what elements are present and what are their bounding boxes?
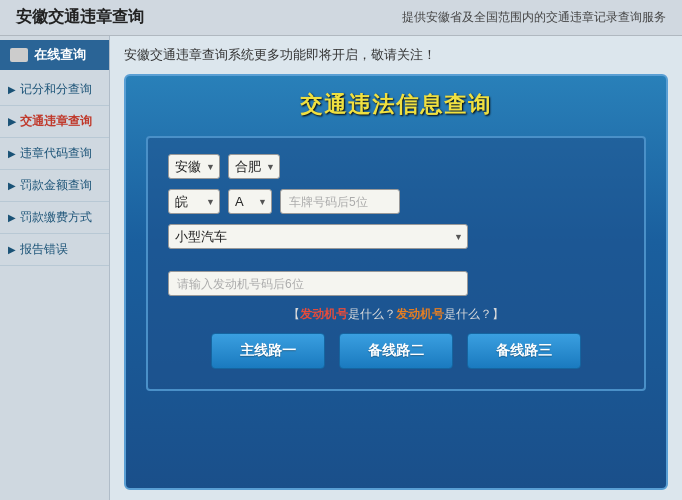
inner-form-box: 安徽 合肥 皖 <box>146 136 646 391</box>
engine-hint-link-2[interactable]: 发动机号 <box>396 307 444 321</box>
sidebar-item-label: 违章代码查询 <box>20 145 92 162</box>
sidebar-item-method[interactable]: ▶ 罚款缴费方式 <box>0 202 109 234</box>
header-subtitle: 提供安徽省及全国范围内的交通违章记录查询服务 <box>402 9 666 26</box>
car-type-wrapper[interactable]: 小型汽车 <box>168 224 468 249</box>
sidebar-item-label: 罚款金额查询 <box>20 177 92 194</box>
hint-q1: 是什么？ <box>348 307 396 321</box>
arrow-icon: ▶ <box>8 148 16 159</box>
app-title: 安徽交通违章查询 <box>16 7 144 28</box>
sidebar-item-report[interactable]: ▶ 报告错误 <box>0 234 109 266</box>
sidebar-header: 在线查询 <box>0 40 109 70</box>
plate-number-input[interactable] <box>280 189 400 214</box>
main-content: 安徽交通违章查询系统更多功能即将开启，敬请关注！ 交通违法信息查询 安徽 合肥 <box>110 36 682 500</box>
backup-line-3-button[interactable]: 备线路三 <box>467 333 581 369</box>
main-line-button[interactable]: 主线路一 <box>211 333 325 369</box>
engine-row <box>168 271 624 296</box>
arrow-icon: ▶ <box>8 180 16 191</box>
plate-letter-wrapper[interactable]: A <box>228 189 272 214</box>
sidebar-item-label: 报告错误 <box>20 241 68 258</box>
query-title: 交通违法信息查询 <box>146 90 646 120</box>
sidebar-item-label: 交通违章查询 <box>20 113 92 130</box>
layout: 在线查询 ▶ 记分和分查询 ▶ 交通违章查询 ▶ 违章代码查询 ▶ 罚款金额查询… <box>0 36 682 500</box>
city-select[interactable]: 合肥 <box>228 154 280 179</box>
sidebar-item-code[interactable]: ▶ 违章代码查询 <box>0 138 109 170</box>
province-city-row: 安徽 合肥 <box>168 154 624 179</box>
arrow-icon: ▶ <box>8 116 16 127</box>
car-type-row: 小型汽车 <box>168 224 624 249</box>
hint-bracket-open: 【 <box>288 307 300 321</box>
engine-hint-link-1[interactable]: 发动机号 <box>300 307 348 321</box>
arrow-icon: ▶ <box>8 244 16 255</box>
plate-prefix-wrapper[interactable]: 皖 <box>168 189 220 214</box>
query-box: 交通违法信息查询 安徽 合肥 <box>124 74 668 490</box>
city-select-wrapper[interactable]: 合肥 <box>228 154 280 179</box>
car-type-select[interactable]: 小型汽车 <box>168 224 468 249</box>
sidebar-item-violation[interactable]: ▶ 交通违章查询 <box>0 106 109 138</box>
hint-q2: 是什么？】 <box>444 307 504 321</box>
sidebar-header-label: 在线查询 <box>34 46 86 64</box>
backup-line-2-button[interactable]: 备线路二 <box>339 333 453 369</box>
plate-prefix-select[interactable]: 皖 <box>168 189 220 214</box>
sidebar-item-label: 罚款缴费方式 <box>20 209 92 226</box>
sidebar: 在线查询 ▶ 记分和分查询 ▶ 交通违章查询 ▶ 违章代码查询 ▶ 罚款金额查询… <box>0 36 110 500</box>
hint-text: 【发动机号是什么？发动机号是什么？】 <box>168 306 624 323</box>
province-select-wrapper[interactable]: 安徽 <box>168 154 220 179</box>
header: 安徽交通违章查询 提供安徽省及全国范围内的交通违章记录查询服务 <box>0 0 682 36</box>
sidebar-item-label: 记分和分查询 <box>20 81 92 98</box>
camera-icon <box>10 48 28 62</box>
province-select[interactable]: 安徽 <box>168 154 220 179</box>
plate-row: 皖 A <box>168 189 624 214</box>
plate-letter-select[interactable]: A <box>228 189 272 214</box>
buttons-row: 主线路一 备线路二 备线路三 <box>168 333 624 369</box>
engine-number-input[interactable] <box>168 271 468 296</box>
arrow-icon: ▶ <box>8 84 16 95</box>
arrow-icon: ▶ <box>8 212 16 223</box>
notice-text: 安徽交通违章查询系统更多功能即将开启，敬请关注！ <box>124 46 668 64</box>
sidebar-item-amount[interactable]: ▶ 罚款金额查询 <box>0 170 109 202</box>
sidebar-item-demerit[interactable]: ▶ 记分和分查询 <box>0 74 109 106</box>
